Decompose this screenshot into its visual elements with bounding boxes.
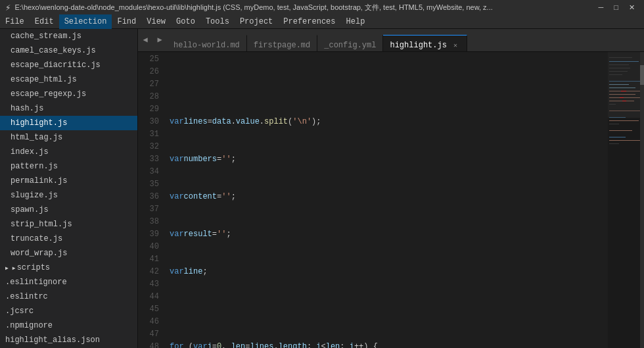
sidebar-item-cache-stream[interactable]: cache_stream.js (0, 29, 137, 43)
menu-edit[interactable]: Edit (30, 14, 59, 29)
sidebar-item-scripts[interactable]: ▶scripts (0, 261, 137, 275)
sidebar-item-eslintignore[interactable]: .eslintignore (0, 275, 137, 289)
sidebar-item-escape-diacritic[interactable]: escape_diacritic.js (0, 58, 137, 72)
sidebar-item-escape-html[interactable]: escape_html.js (0, 72, 137, 87)
menu-help[interactable]: Help (341, 14, 371, 29)
tab-nav-left[interactable]: ◀ (138, 29, 152, 51)
menu-preferences[interactable]: Preferences (278, 14, 340, 29)
sidebar-item-jcsrc[interactable]: .jcsrc (0, 304, 137, 318)
sidebar-item-index[interactable]: index.js (0, 145, 137, 159)
tab-label-firstpage: firstpage.md (254, 41, 310, 50)
app-icon: ⚡ (5, 2, 11, 13)
code-line-26: var lines = data.value.split('\n'); (170, 116, 608, 128)
svg-rect-21 (609, 140, 642, 141)
tab-hello-world[interactable]: hello-world.md (167, 35, 247, 52)
code-content[interactable]: var lines = data.value.split('\n'); var … (164, 52, 608, 348)
sidebar: cache_stream.js camel_case_keys.js escap… (0, 29, 138, 348)
svg-rect-19 (609, 130, 632, 131)
sidebar-item-hash[interactable]: hash.js (0, 101, 137, 116)
minimize-button[interactable]: ─ (595, 3, 608, 12)
minimap-svg (608, 52, 644, 348)
scrollbar-thumb[interactable] (640, 65, 644, 85)
menu-find[interactable]: Find (112, 14, 141, 29)
menu-view[interactable]: View (141, 14, 171, 29)
close-button[interactable]: ✕ (625, 3, 639, 12)
tab-label-config: _config.yml (324, 41, 376, 50)
code-line-30: var line; (170, 266, 608, 278)
sidebar-item-spawn[interactable]: spawn.js (0, 203, 137, 217)
code-line-27: var numbers = ''; (170, 153, 608, 166)
menu-goto[interactable]: Goto (171, 14, 200, 29)
tab-label-hello-world: hello-world.md (173, 41, 240, 50)
main-area: cache_stream.js camel_case_keys.js escap… (0, 29, 644, 348)
title-bar: ⚡ E:\hexo\wenlong-date-old\node_modules\… (0, 0, 644, 14)
sidebar-item-eslintrc[interactable]: .eslintrc (0, 289, 137, 304)
menu-file[interactable]: File (0, 14, 30, 29)
tab-bar: ◀ ▶ hello-world.md firstpage.md _config.… (138, 29, 644, 52)
svg-rect-22 (609, 143, 619, 144)
code-line-32: for (var i = 0, len = lines.length; i < … (170, 341, 608, 348)
tab-firstpage[interactable]: firstpage.md (247, 35, 317, 52)
svg-rect-25 (620, 97, 624, 98)
title-text: E:\hexo\wenlong-date-old\node_modules\he… (14, 3, 590, 12)
svg-rect-23 (608, 52, 644, 118)
sidebar-item-npmignore[interactable]: .npmignore (0, 318, 137, 333)
code-line-31 (170, 303, 608, 316)
sidebar-item-truncate[interactable]: truncate.js (0, 232, 137, 246)
svg-rect-17 (609, 120, 639, 121)
sidebar-item-word-wrap[interactable]: word_wrap.js (0, 246, 137, 261)
svg-rect-24 (621, 91, 626, 91)
line-numbers: 25 26 27 28 29 30 31 32 33 34 35 36 37 3… (138, 52, 164, 348)
tab-nav-right[interactable]: ▶ (152, 29, 167, 51)
tab-label-highlight: highlight.js (390, 41, 446, 50)
tab-config[interactable]: _config.yml (317, 35, 383, 52)
menu-project[interactable]: Project (235, 14, 278, 29)
code-line-28: var content = ''; (170, 191, 608, 203)
svg-rect-26 (622, 101, 626, 101)
maximize-button[interactable]: □ (610, 3, 622, 12)
sidebar-item-strip-html[interactable]: strip_html.js (0, 217, 137, 232)
sidebar-item-highlight-alias[interactable]: highlight_alias.json (0, 333, 137, 347)
sidebar-item-permalink[interactable]: permalink.js (0, 174, 137, 188)
menu-tools[interactable]: Tools (200, 14, 235, 29)
sidebar-item-highlight[interactable]: highlight.js (0, 116, 137, 130)
svg-rect-20 (609, 137, 626, 137)
tab-highlight[interactable]: highlight.js ✕ (383, 35, 467, 52)
menu-bar: File Edit Selection Find View Goto Tools… (0, 14, 644, 29)
window-controls: ─ □ ✕ (595, 3, 639, 12)
code-line-25 (170, 78, 608, 91)
scrollbar-indicator[interactable] (640, 52, 644, 348)
menu-selection[interactable]: Selection (59, 14, 112, 29)
code-editor: 25 26 27 28 29 30 31 32 33 34 35 36 37 3… (138, 52, 644, 348)
tab-close-highlight[interactable]: ✕ (451, 41, 460, 50)
code-line-29: var result = ''; (170, 228, 608, 241)
sidebar-item-pattern[interactable]: pattern.js (0, 159, 137, 174)
editor-area: ◀ ▶ hello-world.md firstpage.md _config.… (138, 29, 644, 348)
sidebar-item-slugize[interactable]: slugize.js (0, 188, 137, 203)
sidebar-item-escape-regexp[interactable]: escape_regexp.js (0, 87, 137, 101)
sidebar-item-camel-case[interactable]: camel_case_keys.js (0, 43, 137, 58)
svg-rect-18 (609, 124, 619, 124)
minimap (608, 52, 644, 348)
sidebar-item-html-tag[interactable]: html_tag.js (0, 130, 137, 145)
